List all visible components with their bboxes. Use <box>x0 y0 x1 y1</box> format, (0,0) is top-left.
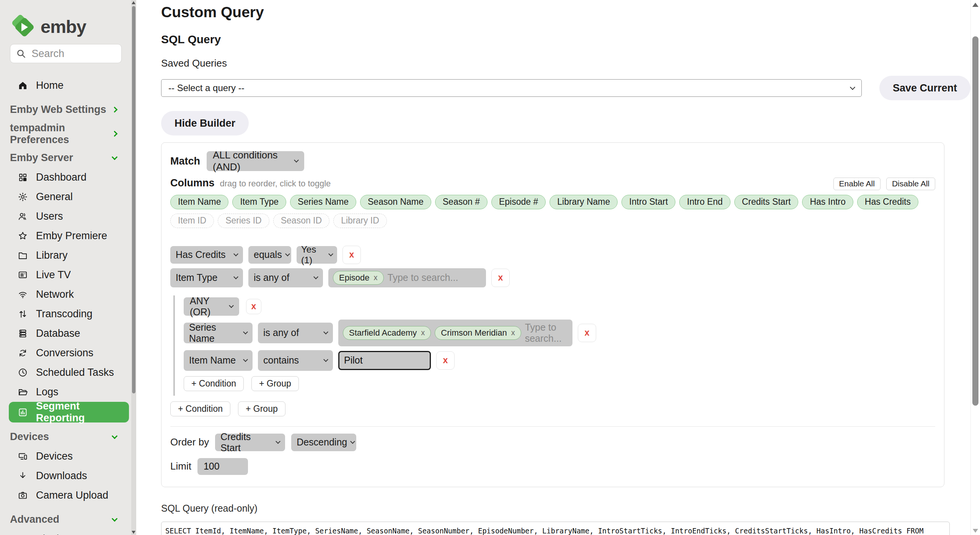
remove-group-button[interactable]: x <box>246 299 261 314</box>
sidebar-item-label: Scheduled Tasks <box>36 367 114 378</box>
sidebar-item-conversions[interactable]: Conversions <box>0 343 131 363</box>
save-current-button[interactable]: Save Current <box>879 76 970 100</box>
saved-queries-select-value: -- Select a query -- <box>168 83 245 93</box>
order-direction-select[interactable]: Descending <box>291 434 356 451</box>
add-condition-button[interactable]: + Condition <box>170 401 230 416</box>
sidebar-item-label: Camera Upload <box>36 489 108 501</box>
column-chip-has-intro[interactable]: Has Intro <box>802 195 853 209</box>
sidebar-section-emby-web-settings[interactable]: Emby Web Settings <box>0 100 131 119</box>
sidebar-item-dashboard[interactable]: Dashboard <box>0 168 131 187</box>
sidebar-section-devices[interactable]: Devices <box>0 427 131 447</box>
gear-icon <box>18 192 28 202</box>
column-chip-episode[interactable]: Episode # <box>491 195 546 209</box>
condition-field-select[interactable]: Item Type <box>170 268 243 287</box>
search-box[interactable] <box>10 44 122 63</box>
column-chip-season-name[interactable]: Season Name <box>360 195 431 209</box>
group-match-select[interactable]: ANY (OR) <box>184 297 239 316</box>
sidebar-scrollbar[interactable] <box>131 0 136 535</box>
sidebar-item-devices[interactable]: Devices <box>0 447 131 466</box>
limit-input[interactable] <box>197 458 248 475</box>
tag-search-box[interactable]: Starfield AcademyxCrimson Meridianx Type… <box>338 320 572 346</box>
hide-builder-button[interactable]: Hide Builder <box>161 111 249 135</box>
column-chip-library-name[interactable]: Library Name <box>550 195 618 209</box>
column-chip-credits-start[interactable]: Credits Start <box>734 195 799 209</box>
tag-search-box[interactable]: Episodex Type to search... <box>328 268 486 287</box>
sidebar-section-emby-server[interactable]: Emby Server <box>0 148 131 168</box>
column-chip-series-name[interactable]: Series Name <box>290 195 356 209</box>
scroll-down-icon[interactable] <box>132 531 135 534</box>
add-group-button[interactable]: + Group <box>238 401 285 416</box>
condition-operator-select[interactable]: contains <box>258 350 333 371</box>
remove-condition-button[interactable]: x <box>491 269 510 287</box>
remove-condition-button[interactable]: x <box>578 324 596 342</box>
sidebar-item-network[interactable]: Network <box>0 285 131 304</box>
saved-queries-select[interactable]: -- Select a query -- <box>161 79 862 97</box>
sidebar-item-users[interactable]: Users <box>0 207 131 226</box>
condition-operator-select[interactable]: is any of <box>258 323 333 343</box>
clock-icon <box>18 367 28 378</box>
column-chip-library-id[interactable]: Library ID <box>333 214 387 228</box>
match-select[interactable]: ALL conditions (AND) <box>207 151 304 171</box>
sidebar-item-library[interactable]: Library <box>0 246 131 265</box>
column-chip-item-type[interactable]: Item Type <box>232 195 286 209</box>
condition-value-input[interactable] <box>338 351 431 370</box>
chevron-down-icon <box>229 303 234 308</box>
sidebar-item-general[interactable]: General <box>0 187 131 207</box>
sidebar-item-segment-reporting[interactable]: Segment Reporting <box>9 402 129 422</box>
add-group-button[interactable]: + Group <box>251 376 299 391</box>
sidebar-item-emby-premiere[interactable]: Emby Premiere <box>0 226 131 246</box>
sidebar-item-live-tv[interactable]: Live TV <box>0 265 131 285</box>
chevron-down-icon <box>850 84 855 90</box>
tag-remove-icon[interactable]: x <box>511 328 515 337</box>
sql-readonly-label: SQL Query (read-only) <box>161 503 970 514</box>
sidebar-item-scheduled-tasks[interactable]: Scheduled Tasks <box>0 363 131 382</box>
sidebar-item-logs[interactable]: Logs <box>0 382 131 402</box>
condition-field-select[interactable]: Series Name <box>184 323 253 343</box>
condition-value-select[interactable]: Yes (1) <box>297 246 337 264</box>
page-scrollbar[interactable] <box>970 0 980 535</box>
column-chip-intro-end[interactable]: Intro End <box>679 195 730 209</box>
column-chip-intro-start[interactable]: Intro Start <box>621 195 675 209</box>
condition-operator-select[interactable]: is any of <box>248 268 323 287</box>
remove-condition-button[interactable]: x <box>342 246 361 264</box>
sidebar-item-downloads[interactable]: Downloads <box>0 466 131 486</box>
dashboard-icon <box>18 172 28 183</box>
live-tv-icon <box>18 270 28 280</box>
sidebar-scrollbar-thumb[interactable] <box>132 6 135 393</box>
chevron-down-icon <box>243 357 248 362</box>
condition-field-select[interactable]: Item Name <box>184 350 253 371</box>
app-window: emby HomeEmby Web Settingstempadmin Pref… <box>0 0 980 535</box>
remove-condition-button[interactable]: x <box>436 351 455 370</box>
page-scrollbar-thumb[interactable] <box>972 36 978 406</box>
disable-all-button[interactable]: Disable All <box>886 178 935 190</box>
tag-remove-icon[interactable]: x <box>374 273 378 282</box>
column-chip-series-id[interactable]: Series ID <box>218 214 269 228</box>
sql-query-textarea[interactable] <box>161 522 950 535</box>
sidebar-item-transcoding[interactable]: Transcoding <box>0 304 131 324</box>
search-input[interactable] <box>31 47 108 60</box>
sidebar-item-plugins[interactable]: Plugins <box>0 529 131 535</box>
tag-label: Starfield Academy <box>349 328 417 338</box>
scroll-up-icon[interactable] <box>972 3 978 7</box>
condition-field-select[interactable]: Has Credits <box>170 246 243 264</box>
sidebar-section-advanced[interactable]: Advanced <box>0 510 131 529</box>
column-chip-has-credits[interactable]: Has Credits <box>857 195 918 209</box>
sidebar-section-tempadmin-preferences[interactable]: tempadmin Preferences <box>0 124 131 144</box>
tag-remove-icon[interactable]: x <box>421 328 425 337</box>
order-field-select[interactable]: Credits Start <box>215 434 285 451</box>
enable-all-button[interactable]: Enable All <box>833 178 881 190</box>
column-chip-season[interactable]: Season # <box>435 195 488 209</box>
database-icon <box>18 328 28 339</box>
chevron-down-icon <box>233 251 238 256</box>
scroll-up-icon[interactable] <box>132 1 135 4</box>
condition-operator-select[interactable]: equals <box>248 246 291 264</box>
column-chip-item-name[interactable]: Item Name <box>170 195 228 209</box>
sidebar-item-label: Logs <box>36 386 59 398</box>
sidebar-item-database[interactable]: Database <box>0 324 131 343</box>
scroll-down-icon[interactable] <box>973 529 978 533</box>
column-chip-item-id[interactable]: Item ID <box>170 214 214 228</box>
column-chip-season-id[interactable]: Season ID <box>273 214 329 228</box>
sidebar-item-camera-upload[interactable]: Camera Upload <box>0 486 131 505</box>
add-condition-button[interactable]: + Condition <box>184 376 244 391</box>
sidebar-item-home[interactable]: Home <box>0 76 131 95</box>
